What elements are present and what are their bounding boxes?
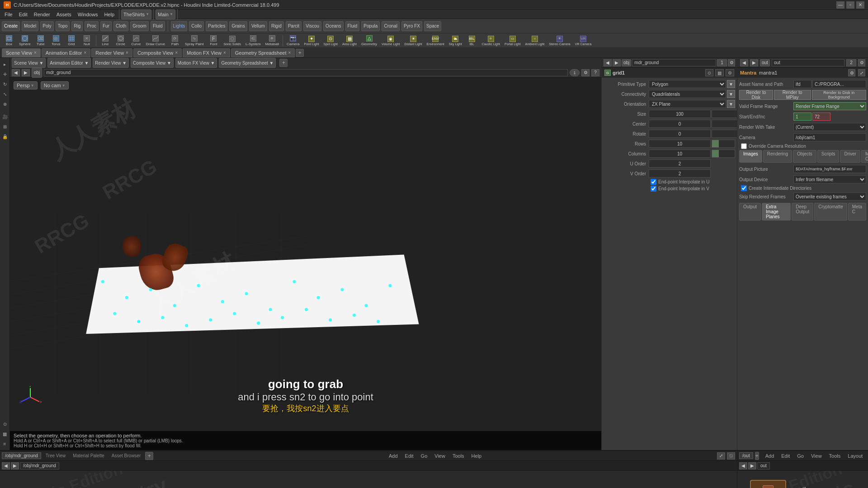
out-view-btn[interactable]: View	[808, 453, 825, 459]
props-forward-btn[interactable]: ▶	[613, 59, 621, 66]
model-tab[interactable]: Model	[22, 21, 38, 31]
tab-motion-fx[interactable]: Motion FX View ×	[183, 48, 230, 57]
menu-render[interactable]: Render	[31, 11, 53, 18]
add-view-btn[interactable]: +	[279, 59, 288, 67]
line-tool[interactable]: Line	[98, 34, 113, 47]
pyro-tab[interactable]: Pyro FX	[401, 21, 422, 31]
connectivity-select[interactable]: Quadrilaterals	[649, 90, 726, 98]
camera-prop-input[interactable]	[793, 133, 866, 141]
close-button[interactable]: ✕	[856, 1, 864, 9]
rig-tab[interactable]: Rig	[71, 21, 83, 31]
render-take-select[interactable]: (Current)	[793, 123, 866, 131]
tab-scene-view[interactable]: Scene View ×	[2, 48, 41, 57]
columns-slider[interactable]	[712, 150, 735, 158]
columns-input[interactable]	[649, 150, 711, 158]
scene-graph-btn[interactable]: ≡	[0, 439, 9, 448]
tab-scripts[interactable]: Scripts	[817, 150, 840, 163]
box-tool[interactable]: Box	[2, 34, 16, 47]
v-order-input[interactable]	[649, 169, 711, 178]
menu-edit[interactable]: Edit	[16, 11, 30, 18]
size-y-input[interactable]	[712, 110, 737, 118]
fluid2-tab[interactable]: Fluid	[345, 21, 360, 31]
transform-tool-btn[interactable]: ✛	[0, 70, 9, 79]
metaball-tool[interactable]: ⊕ Metaball	[264, 34, 281, 47]
view-options-btn[interactable]: ⊙	[0, 419, 9, 428]
lock-btn[interactable]: 🔒	[0, 132, 9, 141]
viewport-path[interactable]: mdr_ground	[44, 69, 568, 76]
spray-tool[interactable]: ∿ Spray Paint	[183, 34, 205, 47]
tab-comp-close[interactable]: ×	[175, 50, 178, 55]
viscou-tab[interactable]: Viscou	[303, 21, 321, 31]
create-dirs-check[interactable]	[741, 185, 747, 191]
props-settings-btn[interactable]: ⚙	[728, 59, 735, 66]
output-picture-input[interactable]	[793, 165, 866, 173]
out-net-forward[interactable]: ▶	[748, 462, 756, 469]
tab-driver[interactable]: Driver	[840, 150, 860, 163]
menu-assets[interactable]: Assets	[54, 11, 74, 18]
viewport-frame-btn[interactable]: 1	[570, 69, 580, 76]
path-tool[interactable]: ⟳ Path	[168, 34, 182, 47]
add-tab-button[interactable]: +	[296, 49, 304, 57]
tube-tool[interactable]: ⌫ Tube	[33, 34, 48, 47]
oceans-tab[interactable]: Oceans	[323, 21, 343, 31]
geo-add-btn[interactable]: Add	[386, 453, 401, 459]
tab-anim-close[interactable]: ×	[84, 50, 86, 55]
sonic-solids-tool[interactable]: ⬡ Sonic Solids	[222, 34, 243, 47]
add-network-tab-out[interactable]: +	[755, 452, 759, 460]
render-menu[interactable]: Render View ▼	[93, 58, 129, 68]
sub-tab-meta-c2[interactable]: Meta C	[848, 203, 866, 221]
tab-animation-editor[interactable]: Animation Editor ×	[42, 48, 91, 57]
mantra-obj-dropdown[interactable]: out	[760, 59, 770, 66]
out-layout-btn[interactable]: Layout	[845, 453, 865, 459]
out-tools-btn[interactable]: Tools	[826, 453, 844, 459]
render-disk-btn[interactable]: Render to Disk	[739, 90, 773, 100]
rotate-y-input[interactable]	[712, 130, 737, 138]
tab-motion-close[interactable]: ×	[223, 50, 226, 55]
menu-windows[interactable]: Windows	[75, 11, 101, 18]
network-path-out[interactable]: /out	[739, 452, 753, 459]
poly-tab[interactable]: Poly	[40, 21, 53, 31]
out-go-btn[interactable]: Go	[794, 453, 807, 459]
workspace-dropdown[interactable]: Main ▼	[156, 9, 175, 19]
size-x-input[interactable]	[649, 110, 711, 118]
output-device-select[interactable]: Infer from filename	[793, 175, 866, 183]
tab-render-close[interactable]: ×	[126, 50, 128, 55]
create-tab[interactable]: Create	[2, 21, 20, 31]
sub-tab-output[interactable]: Output	[739, 203, 761, 221]
proc-tab[interactable]: Proc	[85, 21, 99, 31]
end-frame-input[interactable]	[812, 113, 830, 121]
mantra-expand[interactable]: ⤢	[858, 69, 865, 76]
font-tool[interactable]: F Font	[206, 34, 221, 47]
tab-objects[interactable]: Objects	[793, 150, 816, 163]
tab-composite-view[interactable]: Composite View ×	[133, 48, 182, 57]
u-order-input[interactable]	[649, 160, 711, 168]
tab-geometry-spreadsheet[interactable]: Geometry Spreadsheet ×	[231, 48, 295, 57]
override-cam-res-check[interactable]	[741, 143, 747, 149]
geo-fit-btn[interactable]: ⤢	[717, 452, 725, 460]
grains-tab[interactable]: Grains	[229, 21, 247, 31]
out-net-back[interactable]: ◀	[739, 462, 747, 469]
geo-view-btn[interactable]: View	[432, 453, 448, 459]
topo-tab[interactable]: Topo	[56, 21, 70, 31]
collo-tab[interactable]: Collo	[189, 21, 204, 31]
orientation-select[interactable]: ZX Plane	[649, 100, 726, 108]
portal-light-tool[interactable]: ▭ Portal Light	[503, 34, 522, 47]
composite-menu[interactable]: Composite View ▼	[131, 58, 174, 68]
fluid-tab[interactable]: Fluid	[151, 21, 165, 31]
tab-render-view[interactable]: Render View ×	[91, 48, 132, 57]
geo-net-back[interactable]: ◀	[2, 462, 10, 469]
tree-view-tab[interactable]: Tree View	[43, 453, 68, 459]
scene-view-menu[interactable]: Scene View ▼	[12, 58, 46, 68]
connectivity-menu[interactable]: ▼	[727, 90, 735, 98]
tab-rendering[interactable]: Rendering	[763, 150, 792, 163]
mantra-forward-btn[interactable]: ▶	[750, 59, 758, 66]
circle-tool[interactable]: Circle	[113, 34, 128, 47]
cronal-tab[interactable]: Cronal	[382, 21, 399, 31]
camera-tool[interactable]: 📷 Camera	[285, 34, 301, 47]
geo-maximize-btn[interactable]: □	[727, 452, 735, 460]
spot-light-tool[interactable]: ⊙ Spot Light	[322, 34, 340, 47]
ambient-light-tool[interactable]: ○ Ambient Light	[523, 34, 546, 47]
props-frame-num[interactable]: 1	[717, 59, 727, 66]
perspective-dropdown[interactable]: Persp ▼	[14, 81, 38, 89]
sub-tab-extra-image-planes[interactable]: Extra Image Planes	[762, 203, 791, 221]
